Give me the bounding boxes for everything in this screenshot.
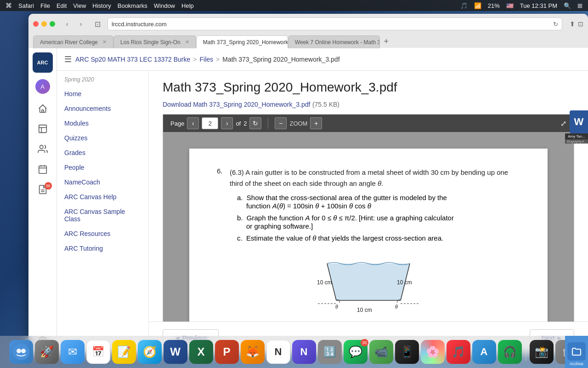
- pdf-next-page-button[interactable]: ›: [221, 117, 233, 129]
- reload-icon[interactable]: ↻: [553, 21, 558, 28]
- search-icon[interactable]: 🔍: [564, 2, 571, 9]
- history-menu[interactable]: History: [92, 2, 111, 9]
- dock-word[interactable]: W: [164, 340, 187, 364]
- dock-calendar[interactable]: 📅: [86, 340, 110, 364]
- pdf-page-label: Page: [170, 120, 184, 127]
- dock-calculator[interactable]: 🔢: [318, 340, 342, 364]
- dock-spotify[interactable]: 🎧: [498, 340, 522, 364]
- browser-action-icons: ⬆ ⊡: [570, 20, 583, 28]
- breadcrumb-sep1: >: [193, 56, 197, 63]
- sidebar-toggle-button[interactable]: ⊡: [91, 19, 104, 29]
- dock-facetime[interactable]: 📹: [369, 340, 393, 364]
- address-bar[interactable]: lrccd.instructure.com ↻: [107, 17, 562, 30]
- music-icon: 🎵: [452, 345, 465, 358]
- hamburger-button[interactable]: ☰: [64, 54, 72, 64]
- pdf-page-input[interactable]: [202, 117, 218, 129]
- nav-arc-canvas-sample[interactable]: ARC Canvas Sample Class: [57, 204, 148, 226]
- nav-namecoach[interactable]: NameCoach: [57, 175, 148, 190]
- dock-powerpoint[interactable]: P: [215, 340, 239, 364]
- control-center-icon[interactable]: ⊞: [577, 2, 582, 9]
- dock-appstore[interactable]: A: [472, 340, 496, 364]
- dock-whatsapp[interactable]: 💬 30: [344, 340, 368, 364]
- nav-grades[interactable]: Grades: [57, 145, 148, 160]
- dock-safari[interactable]: 🧭: [138, 340, 162, 364]
- tab-close-icon[interactable]: ✕: [185, 39, 189, 45]
- nav-arc-resources[interactable]: ARC Resources: [57, 226, 148, 241]
- grades-icon-item[interactable]: 36: [33, 181, 53, 198]
- nuclino-icon: N: [300, 346, 308, 358]
- svg-point-23: [13, 344, 29, 360]
- calendar-icon: [38, 164, 48, 174]
- pdf-zoom-in-button[interactable]: +: [310, 117, 322, 129]
- nav-announcements[interactable]: Announcements: [57, 101, 148, 116]
- svg-rect-4: [39, 166, 46, 174]
- nav-arc-tutoring[interactable]: ARC Tutoring: [57, 241, 148, 256]
- sub-problem-c: c. Estimate the value of θ that yields t…: [237, 234, 520, 242]
- dock-screenshot[interactable]: 📸: [530, 340, 554, 364]
- problem-number: 6.: [217, 167, 226, 245]
- left-nav: Spring 2020 Home Announcements Modules Q…: [57, 71, 149, 354]
- archive-panel[interactable]: Archive: [565, 336, 588, 368]
- tab-los-rios[interactable]: Los Rios Single Sign-On ✕: [113, 35, 196, 48]
- tab-close-icon[interactable]: ✕: [102, 39, 107, 45]
- tab-label: Math 373_Spring 2020_Homework_3.pdf: ARC…: [203, 39, 288, 46]
- arc-logo[interactable]: ARC: [33, 52, 53, 73]
- firefox-icon: 🦊: [246, 345, 260, 358]
- maximize-button[interactable]: [50, 21, 55, 27]
- pdf-viewer: Page ‹ › of 2 ↻ −: [163, 114, 574, 322]
- user-avatar[interactable]: A: [33, 78, 53, 95]
- dock-mail[interactable]: ✉: [61, 340, 85, 364]
- gutter-svg: 10 cm 10 cm θ θ 10 c: [309, 254, 428, 314]
- pdf-reload-button[interactable]: ↻: [249, 117, 261, 129]
- safari-menu[interactable]: Safari: [18, 2, 34, 9]
- bookmarks-menu[interactable]: Bookmarks: [118, 2, 147, 9]
- dock-firefox[interactable]: 🦊: [241, 340, 265, 364]
- dock-nuclino[interactable]: N: [292, 340, 316, 364]
- nav-quizzes[interactable]: Quizzes: [57, 131, 148, 145]
- nav-arc-canvas-help[interactable]: ARC Canvas Help: [57, 190, 148, 204]
- page-title: Math 373_Spring 2020_Homework_3.pdf: [163, 80, 574, 95]
- dock-notes[interactable]: 📝: [112, 340, 136, 364]
- dock-iphone[interactable]: 📱: [395, 340, 419, 364]
- close-button[interactable]: [33, 21, 39, 27]
- people-icon-item[interactable]: [33, 141, 53, 157]
- word-icon: W: [170, 345, 181, 358]
- edit-menu[interactable]: Edit: [57, 2, 67, 9]
- dock-notion[interactable]: N: [266, 340, 290, 364]
- help-menu[interactable]: Help: [181, 2, 194, 9]
- pdf-toolbar: Page ‹ › of 2 ↻ −: [163, 115, 574, 132]
- share-icon[interactable]: ⬆: [570, 20, 575, 28]
- new-tab-icon[interactable]: ⊡: [578, 20, 583, 28]
- announcements-icon-item[interactable]: [33, 121, 53, 137]
- forward-button[interactable]: ›: [74, 19, 87, 29]
- pdf-zoom-out-button[interactable]: −: [275, 117, 287, 129]
- minimize-button[interactable]: [41, 21, 47, 27]
- back-button[interactable]: ‹: [61, 19, 74, 29]
- pdf-prev-page-button[interactable]: ‹: [187, 117, 199, 129]
- tab-homework-pdf[interactable]: Math 373_Spring 2020_Homework_3.pdf: ARC…: [196, 35, 288, 48]
- nav-people[interactable]: People: [57, 160, 148, 175]
- view-menu[interactable]: View: [73, 2, 86, 9]
- file-menu[interactable]: File: [40, 2, 50, 9]
- breadcrumb-course[interactable]: ARC Sp20 MATH 373 LEC 13372 Burke: [75, 56, 190, 63]
- tab-week7[interactable]: Week 7 Online Homework - Math 373 - Math…: [288, 35, 380, 48]
- breadcrumb-files[interactable]: Files: [200, 56, 214, 63]
- dock-finder[interactable]: [9, 340, 33, 364]
- window-menu[interactable]: Window: [154, 2, 175, 9]
- pdf-separator: [268, 118, 268, 129]
- dock-excel[interactable]: X: [189, 340, 213, 364]
- nav-modules[interactable]: Modules: [57, 116, 148, 131]
- dock-launchpad[interactable]: 🚀: [35, 340, 59, 364]
- nav-home[interactable]: Home: [57, 86, 148, 101]
- new-tab-button[interactable]: +: [380, 35, 393, 48]
- apple-menu[interactable]: ⌘: [6, 2, 12, 9]
- excel-icon: X: [197, 345, 204, 358]
- iphone-icon: 📱: [400, 345, 414, 358]
- nav-buttons: ‹ ›: [61, 19, 87, 29]
- download-link[interactable]: Download Math 373_Spring 2020_Homework_3…: [163, 101, 310, 108]
- tab-american-river[interactable]: American River College ✕: [33, 35, 113, 48]
- dashboard-icon-item[interactable]: [33, 100, 53, 117]
- dock-music[interactable]: 🎵: [447, 340, 470, 364]
- calendar-icon-item[interactable]: [33, 161, 53, 178]
- dock-photos[interactable]: 🌸: [421, 340, 445, 364]
